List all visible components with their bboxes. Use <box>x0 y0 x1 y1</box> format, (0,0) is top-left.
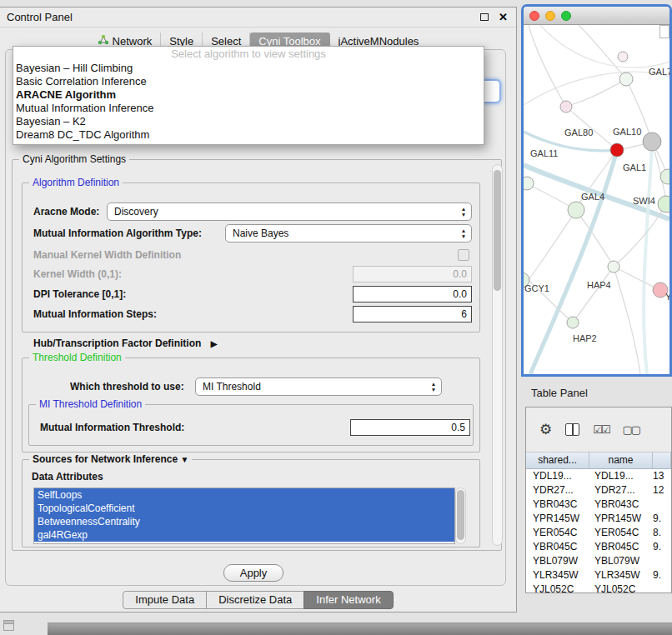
table-cell[interactable]: YBR043C <box>589 498 653 512</box>
taskbar[interactable] <box>48 622 672 635</box>
tab-discretize-data[interactable]: Discretize Data <box>206 591 304 609</box>
network-node[interactable] <box>568 202 584 218</box>
network-edge[interactable] <box>529 210 576 280</box>
network-node[interactable] <box>618 52 628 62</box>
aracne-mode-select[interactable]: Discovery ▲▼ <box>107 202 472 221</box>
network-edge[interactable] <box>614 267 640 374</box>
network-edge[interactable] <box>566 79 626 107</box>
table-row[interactable]: YJL052CYJL052C <box>526 582 671 593</box>
table-cell[interactable]: YPR145W <box>589 512 653 526</box>
apply-button[interactable]: Apply <box>223 564 283 582</box>
table-cell[interactable]: YLR345W <box>589 568 653 582</box>
dpi-tolerance-field[interactable]: 0.0 <box>353 286 472 302</box>
network-window-titlebar[interactable] <box>524 7 669 25</box>
select-all-checkboxes-icon[interactable]: ☑☑ <box>593 423 609 436</box>
dropdown-item[interactable]: Basic Correlation Inference <box>13 75 484 88</box>
table-cell[interactable]: 9. <box>653 540 671 554</box>
table-cell[interactable]: YBR043C <box>526 498 589 512</box>
table-row[interactable]: YBL079WYBL079W <box>526 554 671 568</box>
network-node[interactable] <box>567 317 579 328</box>
table-cell[interactable]: YDL19... <box>526 469 589 483</box>
network-edge[interactable] <box>573 267 614 322</box>
table-cell[interactable]: YBL079W <box>589 554 653 568</box>
network-edge[interactable] <box>579 25 626 79</box>
columns-icon[interactable] <box>565 423 579 436</box>
network-edge[interactable] <box>529 25 566 107</box>
table-cell[interactable]: 12 <box>653 483 671 498</box>
attribute-list-scrollbar-thumb[interactable] <box>457 490 464 540</box>
table-row[interactable]: YBR045CYBR045C9. <box>526 540 671 554</box>
mi-steps-field[interactable]: 6 <box>353 306 472 322</box>
sources-collapser[interactable]: Sources for Network Inference ▼ <box>29 453 192 465</box>
table-cell[interactable] <box>653 582 671 593</box>
restore-icon[interactable] <box>480 13 489 21</box>
data-attributes-list[interactable]: SelfLoops TopologicalCoefficient Between… <box>33 488 455 544</box>
control-panel-titlebar[interactable]: Control Panel ✕ <box>0 8 516 28</box>
minimize-traffic-light[interactable] <box>545 11 555 21</box>
dropdown-item-selected[interactable]: ARACNE Algorithm <box>13 88 484 102</box>
network-node[interactable] <box>560 101 572 112</box>
close-icon[interactable]: ✕ <box>499 11 508 23</box>
network-edge[interactable] <box>540 25 669 68</box>
network-canvas[interactable]: GAL7GAL80GAL10GAL11GAL1SWI4GAL4GCY1HAP4H… <box>524 25 669 374</box>
table-cell[interactable]: YER054C <box>589 526 653 540</box>
dropdown-item[interactable]: Mutual Information Inference <box>13 102 484 115</box>
column-header-shared-name[interactable]: shared... <box>526 452 589 468</box>
table-cell[interactable]: YBL079W <box>526 554 589 568</box>
list-item[interactable]: BetweennessCentrality <box>34 515 454 528</box>
hub-definition-expander[interactable]: Hub/Transcription Factor Definition ▶ <box>33 338 217 349</box>
close-traffic-light[interactable] <box>529 11 539 21</box>
table-cell[interactable] <box>653 554 671 568</box>
dropdown-item[interactable]: Dream8 DC_TDC Algorithm <box>13 128 484 142</box>
table-cell[interactable]: YPR145W <box>526 512 589 526</box>
zoom-traffic-light[interactable] <box>561 11 571 21</box>
network-node[interactable] <box>643 132 661 151</box>
table-row[interactable]: YDL19...YDL19...13 <box>526 469 671 483</box>
column-header-partial[interactable] <box>653 452 671 468</box>
table-cell[interactable]: YJL052C <box>526 582 589 593</box>
dropdown-item[interactable]: Bayesian – K2 <box>13 115 484 128</box>
table-cell[interactable]: 8. <box>653 526 671 540</box>
table-row[interactable]: YDR27...YDR27...12 <box>526 483 671 498</box>
mi-type-select[interactable]: Naive Bayes ▲▼ <box>225 224 472 242</box>
settings-scrollbar-thumb[interactable] <box>494 170 501 291</box>
deselect-all-checkboxes-icon[interactable]: ▢▢ <box>623 423 640 436</box>
tab-infer-network[interactable]: Infer Network <box>303 591 393 609</box>
table-row[interactable]: YLR345WYLR345W9. <box>526 568 671 582</box>
table-cell[interactable] <box>653 498 671 512</box>
table-cell[interactable]: 9. <box>653 568 671 582</box>
list-item[interactable]: gal4RGexp <box>34 528 454 542</box>
network-node[interactable] <box>610 143 624 157</box>
list-item[interactable]: SelfLoops <box>34 488 454 502</box>
table-cell[interactable]: YER054C <box>526 526 589 540</box>
network-node[interactable] <box>608 261 619 272</box>
list-item[interactable]: TopologicalCoefficient <box>34 502 454 515</box>
minimized-window-icon[interactable] <box>3 620 14 631</box>
attribute-list-scrollbar[interactable] <box>455 488 466 544</box>
mi-threshold-field[interactable]: 0.5 <box>350 419 470 436</box>
network-node[interactable] <box>619 72 633 86</box>
table-cell[interactable]: YBR045C <box>526 540 589 554</box>
kernel-width-field[interactable]: 0.0 <box>353 266 472 282</box>
manual-kernel-checkbox[interactable] <box>458 249 469 261</box>
dropdown-item[interactable]: Bayesian – Hill Climbing <box>13 62 484 75</box>
column-header-name[interactable]: name <box>589 452 653 468</box>
network-node[interactable] <box>524 177 534 190</box>
table-cell[interactable]: YJL052C <box>589 582 653 593</box>
table-cell[interactable]: YBR045C <box>589 540 653 554</box>
table-row[interactable]: YPR145WYPR145W9. <box>526 512 671 526</box>
table-row[interactable]: YER054CYER054C8. <box>526 526 671 540</box>
which-threshold-select[interactable]: MI Threshold ▲▼ <box>195 378 442 396</box>
network-node[interactable] <box>658 196 669 212</box>
table-cell[interactable]: 13 <box>653 469 671 483</box>
tab-impute-data[interactable]: Impute Data <box>123 591 207 609</box>
settings-scrollbar[interactable] <box>492 164 503 546</box>
network-edge[interactable] <box>524 72 669 105</box>
gear-icon[interactable]: ⚙ <box>539 422 552 437</box>
table-cell[interactable]: YLR345W <box>526 568 589 582</box>
table-cell[interactable]: YDL19... <box>589 469 653 483</box>
table-cell[interactable]: 9. <box>653 512 671 526</box>
network-node[interactable] <box>660 169 669 184</box>
table-cell[interactable]: YDR27... <box>589 483 653 498</box>
table-cell[interactable]: YDR27... <box>526 483 589 498</box>
